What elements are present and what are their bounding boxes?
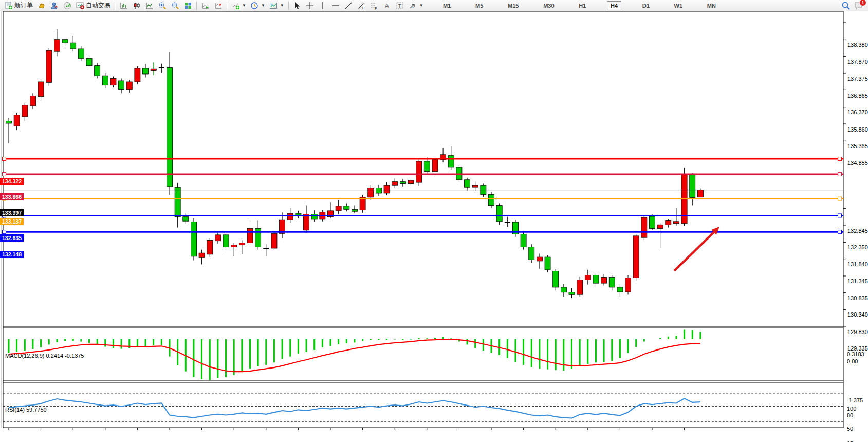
candle (247, 229, 253, 243)
tile-windows-button[interactable] (181, 1, 194, 11)
candle (416, 161, 422, 182)
timeframe-mn[interactable]: MN (704, 1, 719, 10)
timeframe-h1[interactable]: H1 (575, 1, 589, 10)
candle (633, 236, 639, 278)
candle (577, 280, 583, 295)
indicators-icon (231, 2, 240, 10)
timeframe-h4[interactable]: H4 (607, 1, 621, 10)
candle (102, 76, 108, 85)
price-tag: 132.148 (0, 251, 24, 258)
timeframe-m30[interactable]: M30 (540, 1, 558, 10)
new-order-button[interactable]: 新订单 (2, 1, 35, 11)
candle (46, 50, 52, 82)
price-axis-label: 135.365 (847, 143, 868, 149)
price-axis-label: 132.845 (847, 228, 868, 234)
new-order-label: 新订单 (14, 1, 33, 10)
candlestick-chart-icon (132, 2, 141, 10)
candle (690, 175, 695, 197)
candle (30, 96, 35, 106)
search-icon[interactable] (841, 2, 850, 10)
candle (143, 68, 149, 74)
fibonacci-icon: F (370, 2, 379, 10)
dropdown-caret-icon: ▼ (280, 3, 284, 8)
price-axis-label: 130.340 (847, 311, 868, 318)
chart-shift-button[interactable] (212, 1, 225, 11)
candle (472, 185, 478, 187)
candle (14, 115, 20, 126)
text-tool-button[interactable]: A (381, 1, 394, 11)
trendline-tool-button[interactable] (342, 1, 355, 11)
svg-text:A: A (385, 2, 390, 10)
gold-purse-button[interactable] (35, 1, 48, 11)
candle (119, 81, 124, 90)
mt4-terminal: 新订单 自动交易 (0, 0, 868, 442)
candle (135, 68, 140, 82)
chat-icon[interactable]: 1 (854, 2, 863, 10)
separator (227, 2, 227, 10)
candle (465, 180, 470, 187)
text-label-tool-button[interactable]: T (394, 1, 407, 11)
periods-clock-icon (250, 2, 259, 10)
line-chart-button[interactable] (143, 1, 156, 11)
line-anchor (3, 172, 6, 176)
line-anchor (838, 157, 842, 161)
candle (641, 217, 647, 237)
candle (215, 235, 220, 241)
equidistant-channel-tool-button[interactable]: E (355, 1, 368, 11)
trader-profile-button[interactable] (48, 1, 61, 11)
candlestick-chart-button[interactable] (130, 1, 143, 11)
candle (38, 82, 44, 97)
candle (6, 121, 12, 123)
candle (183, 217, 189, 222)
arrows-icon (409, 2, 417, 10)
auto-scroll-button[interactable] (199, 1, 212, 11)
candle (392, 182, 398, 186)
candle (62, 40, 68, 43)
zoom-out-button[interactable] (169, 1, 181, 11)
candle (110, 79, 116, 85)
candle (376, 188, 381, 194)
vertical-line-icon (319, 2, 327, 10)
separator (115, 2, 115, 10)
trendline-icon (344, 2, 353, 10)
dropdown-caret-icon: ▼ (242, 3, 246, 8)
auto-trading-label: 自动交易 (86, 1, 110, 10)
candle (553, 271, 559, 287)
price-axis-label: 138.380 (847, 42, 868, 48)
line-anchor (838, 214, 842, 217)
timeframe-w1[interactable]: W1 (671, 1, 687, 10)
templates-button[interactable]: ▼ (267, 1, 286, 11)
candle (650, 216, 655, 229)
timeframe-d1[interactable]: D1 (639, 1, 653, 10)
candle (344, 206, 349, 210)
signal-button[interactable] (61, 1, 73, 11)
candle (593, 275, 599, 283)
timeframe-m15[interactable]: M15 (504, 1, 522, 10)
arrows-tool-button[interactable]: ▼ (407, 1, 426, 11)
periods-button[interactable]: ▼ (248, 1, 267, 11)
signal-icon (63, 2, 71, 10)
candle (545, 257, 550, 270)
svg-text:F: F (375, 6, 377, 10)
horizontal-line-tool-button[interactable] (329, 1, 342, 11)
bar-chart-button[interactable] (117, 1, 130, 11)
price-tag: 133.397 (0, 209, 24, 216)
dropdown-caret-icon: ▼ (419, 3, 423, 8)
fibonacci-tool-button[interactable]: F (368, 1, 381, 11)
candle (448, 156, 454, 167)
candle (432, 160, 438, 172)
timeframe-m5[interactable]: M5 (472, 1, 487, 10)
price-axis-label: 131.840 (847, 261, 868, 267)
indicators-button[interactable]: ▼ (229, 1, 248, 11)
vertical-line-tool-button[interactable] (317, 1, 329, 11)
crosshair-tool-button[interactable] (304, 1, 317, 11)
cursor-tool-button[interactable] (291, 1, 304, 11)
candle (666, 221, 671, 225)
candle (78, 49, 84, 58)
zoom-in-button[interactable] (156, 1, 169, 11)
line-anchor (838, 172, 842, 176)
timeframe-m1[interactable]: M1 (439, 1, 454, 10)
candle (352, 209, 357, 211)
auto-scroll-icon (201, 2, 210, 10)
auto-trading-button[interactable]: 自动交易 (73, 1, 113, 11)
